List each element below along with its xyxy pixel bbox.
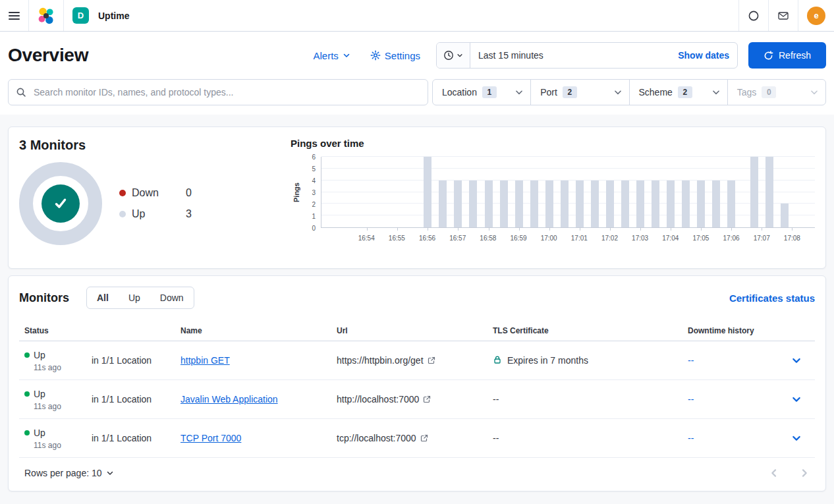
location-filter[interactable]: Location 1 (433, 80, 530, 105)
pings-bar-chart: Pings 0123456 16:5416:5516:5616:5716:581… (291, 157, 815, 250)
previous-page-button[interactable] (769, 468, 779, 478)
up-status-dot-icon (24, 430, 30, 435)
tab-down[interactable]: Down (150, 287, 194, 308)
monitor-name-link[interactable]: TCP Port 7000 (181, 433, 241, 443)
date-picker: Last 15 minutes Show dates (436, 42, 738, 69)
ping-bar (682, 181, 690, 227)
ping-bar (530, 181, 538, 227)
menu-button[interactable] (0, 0, 29, 31)
refresh-button[interactable]: Refresh (748, 42, 826, 69)
external-link-icon[interactable] (420, 434, 428, 442)
monitor-name-link[interactable]: Javalin Web Application (181, 394, 278, 405)
show-dates-button[interactable]: Show dates (670, 50, 737, 61)
chart-plot-area (321, 157, 815, 228)
up-status-dot-icon (24, 391, 30, 397)
expand-row-button[interactable] (783, 433, 810, 443)
user-avatar: e (807, 7, 825, 25)
table-header-row: Status Name Url TLS Certificate Downtime… (19, 321, 815, 341)
space-selector[interactable]: D (72, 7, 89, 24)
certificates-status-link[interactable]: Certificates status (729, 293, 815, 304)
chart-title: Pings over time (291, 138, 815, 149)
tls-text: -- (493, 433, 499, 443)
search-input[interactable] (8, 79, 428, 105)
guided-setup-icon (748, 10, 760, 22)
guided-setup-button[interactable] (738, 0, 768, 31)
all-up-badge (42, 184, 80, 223)
tab-up[interactable]: Up (119, 287, 150, 308)
monitors-panel: Monitors All Up Down Certificates status… (8, 275, 826, 491)
table-row: Up 11s ago in 1/1 Location TCP Port 7000… (19, 419, 815, 458)
legend-row-down: Down 0 (119, 187, 192, 199)
tls-cell: Expires in 7 months (493, 355, 688, 366)
monitor-name-link[interactable]: httpbin GET (181, 355, 230, 366)
column-name: Name (181, 321, 337, 341)
status-ago: 11s ago (34, 363, 61, 372)
x-axis-ticks: 16:5416:5516:5616:5716:5816:5917:0017:01… (321, 228, 815, 250)
newsfeed-button[interactable] (768, 0, 798, 31)
chevron-left-icon (769, 468, 779, 478)
ping-bar (636, 181, 644, 227)
tls-cell: -- (493, 433, 688, 443)
status-cell: Up 11s ago (24, 349, 92, 372)
ping-bar (606, 181, 614, 227)
monitor-search (8, 79, 428, 105)
snapshot-summary: 3 Monitors Down 0 (19, 138, 291, 255)
lock-icon (493, 355, 502, 366)
ping-bar (697, 181, 705, 227)
settings-button[interactable]: Settings (370, 50, 420, 61)
filter-group: Location 1 Port 2 Scheme 2 (432, 79, 826, 105)
port-filter[interactable]: Port 2 (530, 80, 628, 105)
ping-bar (515, 181, 523, 227)
location-cell: in 1/1 Location (92, 394, 181, 405)
external-link-icon[interactable] (423, 395, 431, 403)
status-ago: 11s ago (34, 402, 61, 411)
check-icon (52, 195, 69, 212)
status-text: Up (34, 388, 61, 400)
breadcrumb[interactable]: Uptime (98, 11, 129, 21)
ping-bar (652, 181, 659, 227)
scheme-filter[interactable]: Scheme 2 (629, 80, 727, 105)
ping-bar (561, 181, 569, 227)
ping-bar (727, 181, 735, 227)
location-cell: in 1/1 Location (92, 433, 181, 443)
status-legend: Down 0 Up 3 (119, 187, 192, 220)
port-filter-label: Port (540, 87, 557, 98)
legend-row-up: Up 3 (119, 208, 192, 220)
chevron-right-icon (799, 468, 810, 478)
tags-filter-label: Tags (737, 87, 757, 98)
column-location (92, 325, 181, 336)
tab-all[interactable]: All (87, 287, 119, 308)
ping-bar (500, 181, 508, 227)
downtime-cell: -- (688, 355, 783, 366)
ping-bar (667, 181, 675, 227)
external-link-icon[interactable] (428, 356, 435, 364)
page-content: 3 Monitors Down 0 (0, 115, 834, 504)
monitors-table: Status Name Url TLS Certificate Downtime… (19, 321, 815, 458)
tags-filter[interactable]: Tags 0 (727, 80, 825, 105)
chevron-down-icon (457, 52, 463, 59)
down-dot-icon (119, 190, 126, 196)
table-row: Up 11s ago in 1/1 Location httpbin GET h… (19, 341, 815, 380)
column-downtime: Downtime history (688, 321, 783, 341)
alerts-label: Alerts (313, 50, 338, 61)
page-header: Overview Alerts Settings Last 15 minutes… (0, 32, 834, 115)
elastic-home-button[interactable] (29, 0, 63, 31)
pings-chart-section: Pings over time Pings 0123456 16:5416:55… (291, 138, 815, 255)
next-page-button[interactable] (799, 468, 810, 478)
time-range-value[interactable]: Last 15 minutes (470, 50, 670, 61)
snapshot-panel: 3 Monitors Down 0 (8, 126, 826, 269)
expand-row-button[interactable] (783, 394, 810, 405)
y-axis-ticks: 0123456 (302, 157, 321, 228)
user-menu-button[interactable]: e (798, 0, 834, 31)
location-cell: in 1/1 Location (92, 355, 181, 366)
quick-select-time-button[interactable] (437, 43, 470, 68)
alerts-dropdown-button[interactable]: Alerts (313, 50, 350, 61)
column-tls: TLS Certificate (493, 321, 688, 341)
down-label: Down (132, 187, 179, 199)
pagination (769, 468, 810, 478)
rows-per-page-button[interactable]: Rows per page: 10 (24, 468, 114, 478)
expand-row-button[interactable] (783, 355, 810, 366)
clock-icon (443, 50, 454, 61)
up-count: 3 (186, 208, 192, 220)
location-filter-label: Location (442, 87, 477, 98)
